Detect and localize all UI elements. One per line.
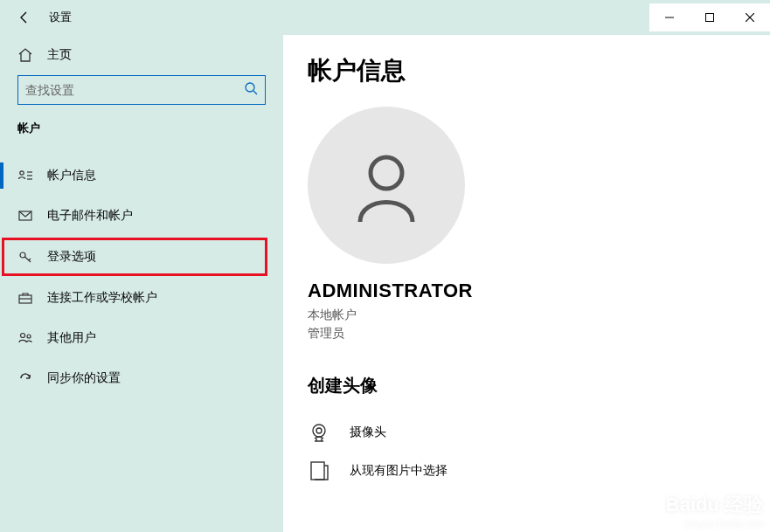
- sidebar-item-label: 帐户信息: [47, 168, 96, 183]
- minimize-button[interactable]: [649, 3, 690, 31]
- svg-point-16: [316, 428, 322, 433]
- svg-point-13: [27, 335, 31, 338]
- home-icon: [17, 47, 33, 63]
- sidebar-item-account-info[interactable]: 帐户信息: [0, 155, 283, 196]
- sidebar-section-label: 帐户: [0, 121, 283, 147]
- option-browse[interactable]: 从现有图片中选择: [308, 452, 746, 490]
- window-title: 设置: [49, 10, 72, 25]
- svg-line-3: [253, 91, 257, 94]
- svg-point-12: [21, 334, 25, 338]
- svg-point-2: [246, 83, 254, 92]
- main-content: 帐户信息 ADMINISTRATOR 本地帐户 管理员 创建头像 摄像头 从现有…: [283, 35, 770, 532]
- home-link[interactable]: 主页: [0, 38, 283, 75]
- back-button[interactable]: [16, 9, 33, 26]
- sidebar-item-label: 其他用户: [47, 330, 96, 346]
- svg-rect-17: [311, 462, 324, 480]
- sidebar-item-email-accounts[interactable]: 电子邮件和帐户: [0, 196, 283, 236]
- svg-point-14: [371, 157, 402, 189]
- mail-icon: [17, 208, 33, 224]
- browse-icon: [308, 459, 330, 482]
- maximize-button[interactable]: [690, 3, 730, 31]
- briefcase-icon: [17, 290, 33, 306]
- sidebar-item-label: 同步你的设置: [47, 370, 121, 386]
- person-card-icon: [17, 168, 33, 183]
- option-label: 摄像头: [350, 425, 386, 440]
- sidebar-item-work-school[interactable]: 连接工作或学校帐户: [0, 278, 283, 318]
- username: ADMINISTRATOR: [308, 280, 746, 302]
- sidebar-item-sync[interactable]: 同步你的设置: [0, 358, 283, 398]
- account-type: 本地帐户: [308, 306, 746, 324]
- sync-icon: [17, 370, 33, 386]
- watermark: Baidu 经验 jingyan.baidu.com: [666, 492, 763, 529]
- svg-point-4: [20, 171, 24, 175]
- close-button[interactable]: [730, 3, 770, 31]
- sidebar-item-label: 连接工作或学校帐户: [47, 290, 157, 306]
- svg-rect-1: [706, 14, 714, 22]
- people-icon: [17, 330, 33, 346]
- svg-point-15: [313, 425, 325, 437]
- camera-icon: [308, 421, 330, 444]
- search-input[interactable]: [25, 83, 244, 97]
- svg-point-9: [20, 252, 25, 258]
- window-controls: [649, 3, 770, 31]
- titlebar: 设置: [0, 0, 770, 35]
- search-box[interactable]: [17, 75, 266, 105]
- home-label: 主页: [47, 47, 72, 63]
- sidebar-item-label: 电子邮件和帐户: [47, 208, 133, 224]
- search-icon: [244, 81, 258, 99]
- avatar: [308, 107, 465, 264]
- key-icon: [17, 249, 33, 265]
- account-role: 管理员: [308, 324, 746, 342]
- create-avatar-heading: 创建头像: [308, 374, 746, 397]
- sidebar-item-label: 登录选项: [47, 249, 96, 265]
- option-camera[interactable]: 摄像头: [308, 413, 746, 452]
- sidebar-item-other-users[interactable]: 其他用户: [0, 318, 283, 358]
- sidebar: 主页 帐户 帐户信息 电子邮件和帐户: [0, 35, 283, 532]
- option-label: 从现有图片中选择: [350, 463, 447, 479]
- sidebar-item-signin-options[interactable]: 登录选项: [2, 238, 267, 276]
- page-title: 帐户信息: [308, 54, 746, 87]
